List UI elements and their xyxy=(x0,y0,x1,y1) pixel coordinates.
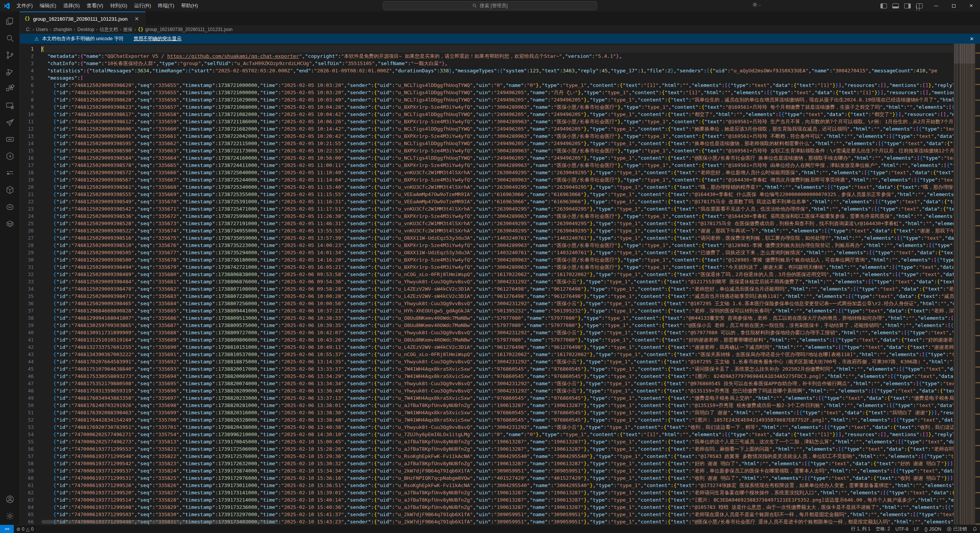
code-line[interactable]: {"id":"7468125029009398555","seq":"33566… xyxy=(41,191,954,198)
code-line[interactable]: {"id":"7468125029009398601","seq":"33566… xyxy=(41,132,954,140)
code-line[interactable]: {"id":"7468176392088398463","seq":"33569… xyxy=(41,409,954,416)
menu-item-7[interactable]: 帮助(H) xyxy=(178,2,201,10)
code-line[interactable]: {"id":"7468125029009398584","seq":"33566… xyxy=(41,154,954,162)
extensions-icon[interactable] xyxy=(0,80,20,97)
code-line[interactable]: {"id":"7468125029009398572","seq":"33566… xyxy=(41,169,954,176)
code-line[interactable]: {"id":"7470006202577496271","seq":"33575… xyxy=(41,431,954,438)
breadcrumb-segment-2[interactable]: zhangbin xyxy=(53,27,72,32)
menu-item-2[interactable]: 选择(S) xyxy=(60,2,83,10)
indentation-status[interactable]: 空格: 2 xyxy=(873,525,893,533)
code-line[interactable]: {"id":"7468132733757601255","seq":"33569… xyxy=(41,343,954,351)
menu-item-5[interactable]: 运行(R) xyxy=(131,2,154,10)
code-line[interactable]: {"id":"7470006193771299542","seq":"33582… xyxy=(41,460,954,467)
eol-status[interactable]: LF xyxy=(911,525,922,533)
code-editor[interactable]: 1234567891011121314151617181920212223242… xyxy=(20,44,980,525)
breadcrumb-segment-5[interactable]: 医保 xyxy=(123,26,132,33)
code-line[interactable]: {"id":"7468170207664583991","seq":"33569… xyxy=(41,358,954,365)
package-hex-icon[interactable] xyxy=(0,148,20,165)
cube-3d-icon[interactable] xyxy=(0,181,20,198)
tab-close-icon[interactable]: ✕ xyxy=(133,15,140,22)
code-line[interactable]: "statistics":{"totalMessages":3634,"time… xyxy=(41,67,954,74)
code-line[interactable]: {"id":"7468125029009398465","seq":"33568… xyxy=(41,300,954,307)
tab-group-json-file[interactable]: {} group_162160738_20260111_101231.json … xyxy=(20,11,145,25)
account-status[interactable]: 已注销 xyxy=(944,525,970,533)
code-line[interactable]: {"id":"7468125029009398549","seq":"33567… xyxy=(41,198,954,205)
code-line[interactable]: {"id":"7468131251010519164","seq":"33568… xyxy=(41,336,954,343)
search-input[interactable]: 搜索 [管理员] xyxy=(383,1,597,10)
code-line[interactable]: {"id":"7468125029009398536","seq":"33567… xyxy=(41,213,954,220)
code-line[interactable]: {"id":"7468129994168041807","seq":"33568… xyxy=(41,314,954,322)
encoding-status[interactable]: UTF-8 xyxy=(893,525,911,533)
breadcrumb-segment-1[interactable]: Users xyxy=(36,27,48,32)
breadcrumb-segment-4[interactable]: 信息文档 xyxy=(100,26,118,33)
code-line[interactable]: {"id":"7468176034943863358","seq":"33569… xyxy=(41,394,954,402)
code-line[interactable]: {"id":"7468125029009398623","seq":"33565… xyxy=(41,103,954,111)
container-icon[interactable] xyxy=(0,215,20,232)
code-line[interactable]: { xyxy=(41,45,954,52)
code-line[interactable]: {"id":"7468176442834154249","seq":"33570… xyxy=(41,416,954,423)
banner-close-icon[interactable]: ✕ xyxy=(967,36,976,42)
horizontal-scrollbar[interactable] xyxy=(41,520,953,524)
code-line[interactable]: "metadata":{"name":"QQChatExporter V5 / … xyxy=(41,52,954,60)
chat-bot-icon[interactable] xyxy=(0,198,20,215)
code-line[interactable]: {"id":"7468125029009398595","seq":"33566… xyxy=(41,140,954,147)
problems-status[interactable]: ⊘ 0 △ 0 xyxy=(14,525,36,533)
code-line[interactable]: {"id":"7468125029009398516","seq":"33567… xyxy=(41,234,954,242)
account-icon[interactable] xyxy=(0,491,20,508)
code-line[interactable]: {"id":"7468125029009398578","seq":"33566… xyxy=(41,162,954,169)
breadcrumb-file[interactable]: {}group_162160738_20260111_101231.json xyxy=(138,27,232,32)
code-line[interactable]: {"id":"7468125029009398629","seq":"33565… xyxy=(41,89,954,96)
code-line[interactable]: {"id":"7468125029009398629","seq":"33565… xyxy=(41,82,954,89)
customize-layout-icon[interactable] xyxy=(916,3,923,8)
code-line[interactable]: {"id":"7468134390367003222","seq":"33569… xyxy=(41,351,954,358)
search-sidebar-icon[interactable] xyxy=(0,30,20,47)
toggle-sidebar-icon[interactable] xyxy=(880,3,887,8)
code-line[interactable]: {"id":"7468125029009398500","seq":"33567… xyxy=(41,256,954,263)
code-line[interactable]: {"id":"7470006193771299503","seq":"33583… xyxy=(41,511,954,518)
code-line[interactable]: {"id":"7468175330558893273","seq":"33569… xyxy=(41,373,954,380)
close-button[interactable]: ✕ xyxy=(962,0,980,11)
live-share-icon[interactable] xyxy=(0,131,20,148)
code-line[interactable]: {"id":"7468125029009398484","seq":"33568… xyxy=(41,278,954,285)
code-line[interactable]: {"id":"7468125029009398590","seq":"33566… xyxy=(41,147,954,154)
code-line[interactable]: {"id":"7468130911731899909","seq":"33568… xyxy=(41,329,954,336)
cursor-position-status[interactable]: 行 1, 列 1 xyxy=(848,525,873,533)
code-line[interactable]: {"id":"7470006193771299520","seq":"33582… xyxy=(41,489,954,496)
code-line[interactable]: {"id":"7470006193771299526","seq":"33582… xyxy=(41,482,954,489)
minimap-slider[interactable] xyxy=(954,44,975,64)
code-line[interactable]: {"id":"7468125029009398567","seq":"33566… xyxy=(41,176,954,183)
breadcrumb-segment-0[interactable]: C: xyxy=(26,27,31,32)
pipeline-icon[interactable] xyxy=(0,165,20,181)
code-line[interactable]: {"id":"7470006193771299531","seq":"33582… xyxy=(41,474,954,482)
explorer-icon[interactable] xyxy=(0,13,20,30)
remote-explorer-icon[interactable] xyxy=(0,97,20,114)
assistant-icon[interactable]: ⌄ xyxy=(752,2,761,7)
code-line[interactable]: {"id":"7468125029009398522","seq":"33567… xyxy=(41,227,954,234)
code-line[interactable]: {"id":"7470006193771299508","seq":"33582… xyxy=(41,504,954,511)
language-status[interactable]: {} JSON xyxy=(922,525,944,533)
code-line[interactable]: {"id":"7468125029009398612","seq":"33565… xyxy=(41,118,954,125)
code-line[interactable]: {"id":"7468129684660890828","seq":"33568… xyxy=(41,307,954,314)
code-line[interactable]: "messages":[ xyxy=(41,74,954,82)
code-line[interactable]: {"id":"7468125029009398489","seq":"33568… xyxy=(41,271,954,278)
code-line[interactable]: {"id":"7470006193771299548","seq":"33582… xyxy=(41,453,954,460)
code-line[interactable]: {"id":"7468125029009398628","seq":"33565… xyxy=(41,96,954,103)
code-line[interactable]: {"id":"7470006193771299553","seq":"33582… xyxy=(41,445,954,453)
code-line[interactable]: {"id":"7468125029009398510","seq":"33567… xyxy=(41,242,954,249)
code-line[interactable]: {"id":"7468130259709303865","seq":"33568… xyxy=(41,322,954,329)
toggle-secondary-sidebar-icon[interactable] xyxy=(904,3,911,8)
run-and-debug-icon[interactable] xyxy=(0,64,20,80)
source-control-icon[interactable] xyxy=(0,47,20,64)
breadcrumb-segment-3[interactable]: Desktop xyxy=(77,27,94,32)
code-line[interactable]: {"id":"7470006193771299537","seq":"33582… xyxy=(41,467,954,474)
code-line[interactable]: {"id":"7468125029009398478","seq":"33568… xyxy=(41,285,954,293)
remote-indicator[interactable]: >< xyxy=(0,525,14,533)
menu-item-0[interactable]: 文件(F) xyxy=(13,2,36,10)
minimap[interactable] xyxy=(954,44,975,525)
code-line[interactable]: "chatInfo":{"name":"10长春医保经办人群","type":"… xyxy=(41,60,954,67)
menu-item-3[interactable]: 查看(V) xyxy=(83,2,106,10)
notifications-bell-icon[interactable] xyxy=(970,525,980,533)
code-content[interactable]: { "metadata":{"name":"QQChatExporter V5 … xyxy=(38,44,954,525)
code-line[interactable]: {"id":"7468125029009398471","seq":"33568… xyxy=(41,293,954,300)
code-line[interactable]: {"id":"7468175931359659319","seq":"33569… xyxy=(41,387,954,394)
